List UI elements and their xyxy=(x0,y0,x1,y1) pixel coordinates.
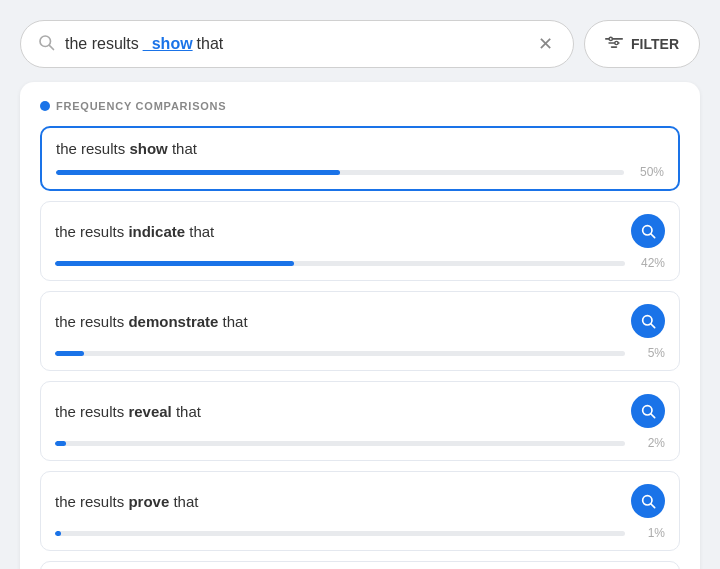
bar-row: 42% xyxy=(55,256,665,270)
results-card: FREQUENCY COMPARISONS the results show t… xyxy=(20,82,700,569)
svg-line-12 xyxy=(651,414,655,418)
result-search-button[interactable] xyxy=(631,214,665,248)
result-phrase: the results prove that xyxy=(55,493,198,510)
filter-icon xyxy=(605,35,623,54)
result-item-top: the results show that xyxy=(56,140,664,157)
results-list: the results show that50%the results indi… xyxy=(40,126,680,569)
section-label-text: FREQUENCY COMPARISONS xyxy=(56,100,226,112)
result-phrase: the results reveal that xyxy=(55,403,201,420)
filter-label: FILTER xyxy=(631,36,679,52)
bar-track xyxy=(55,261,625,266)
search-text-highlight: _show xyxy=(143,35,193,53)
result-phrase: the results show that xyxy=(56,140,197,157)
section-dot xyxy=(40,101,50,111)
svg-line-1 xyxy=(49,45,53,49)
bar-row: 50% xyxy=(56,165,664,179)
result-search-button[interactable] xyxy=(631,304,665,338)
result-item-top: the results demonstrate that xyxy=(55,304,665,338)
app-container: the results _show that ✕ FILTER FRE xyxy=(10,10,710,569)
bar-row: 5% xyxy=(55,346,665,360)
bar-fill xyxy=(55,351,84,356)
bar-percent: 2% xyxy=(633,436,665,450)
search-box: the results _show that ✕ xyxy=(20,20,574,68)
bar-fill xyxy=(56,170,340,175)
bar-fill xyxy=(55,441,66,446)
result-item: the results prove that1% xyxy=(40,471,680,551)
bar-row: 1% xyxy=(55,526,665,540)
result-search-button[interactable] xyxy=(631,394,665,428)
section-label: FREQUENCY COMPARISONS xyxy=(40,100,680,112)
bar-fill xyxy=(55,531,61,536)
result-item-top: the results indicate that xyxy=(55,214,665,248)
result-item: the results demonstrate that5% xyxy=(40,291,680,371)
bar-percent: 42% xyxy=(633,256,665,270)
result-item: the results establish that0% xyxy=(40,561,680,569)
result-search-button[interactable] xyxy=(631,484,665,518)
clear-button[interactable]: ✕ xyxy=(534,33,557,55)
svg-line-10 xyxy=(651,324,655,328)
bar-track xyxy=(55,531,625,536)
result-phrase: the results indicate that xyxy=(55,223,214,240)
search-icon xyxy=(37,33,55,56)
svg-line-8 xyxy=(651,234,655,238)
result-item-top: the results reveal that xyxy=(55,394,665,428)
search-bar-row: the results _show that ✕ FILTER xyxy=(20,20,700,68)
bar-row: 2% xyxy=(55,436,665,450)
result-item: the results show that50% xyxy=(40,126,680,191)
bar-track xyxy=(55,351,625,356)
svg-line-14 xyxy=(651,504,655,508)
svg-point-6 xyxy=(615,41,618,44)
bar-track xyxy=(56,170,624,175)
result-item-top: the results prove that xyxy=(55,484,665,518)
bar-track xyxy=(55,441,625,446)
bar-percent: 5% xyxy=(633,346,665,360)
svg-point-5 xyxy=(609,37,612,40)
search-text-after: that xyxy=(197,35,224,53)
search-text-before: the results xyxy=(65,35,139,53)
result-item: the results indicate that42% xyxy=(40,201,680,281)
search-text: the results _show that xyxy=(65,35,534,53)
bar-percent: 1% xyxy=(633,526,665,540)
bar-percent: 50% xyxy=(632,165,664,179)
result-item: the results reveal that2% xyxy=(40,381,680,461)
filter-button[interactable]: FILTER xyxy=(584,20,700,68)
bar-fill xyxy=(55,261,294,266)
result-phrase: the results demonstrate that xyxy=(55,313,248,330)
